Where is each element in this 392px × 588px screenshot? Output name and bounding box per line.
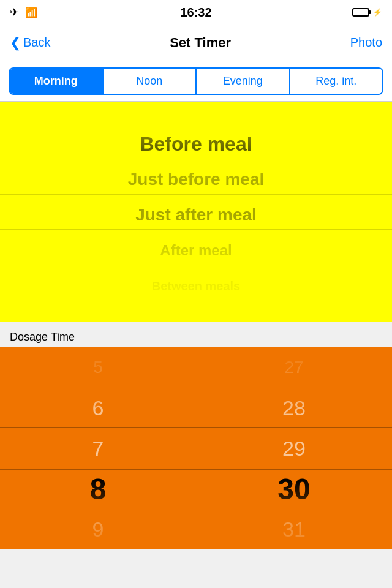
segment-control: Morning Noon Evening Reg. int. bbox=[9, 67, 383, 95]
meal-item-before: Before meal bbox=[128, 126, 265, 162]
battery-icon bbox=[352, 8, 369, 17]
hour-item-5: 5 bbox=[0, 347, 196, 388]
minute-item-31: 31 bbox=[196, 509, 392, 549]
meal-item-just-before: Just before meal bbox=[128, 162, 265, 197]
dosage-section-label: Dosage Time bbox=[0, 322, 392, 347]
status-time: 16:32 bbox=[180, 6, 211, 20]
back-chevron-icon: ❮ bbox=[10, 35, 21, 51]
segment-noon[interactable]: Noon bbox=[104, 69, 197, 94]
charging-icon: ⚡ bbox=[373, 8, 382, 17]
airplane-icon: ✈ bbox=[10, 6, 19, 19]
wifi-icon: 📶 bbox=[25, 7, 37, 18]
segment-reg-int[interactable]: Reg. int. bbox=[290, 69, 383, 94]
minutes-column: 27 28 29 30 31 bbox=[196, 347, 392, 549]
meal-item-after: After meal bbox=[128, 233, 265, 268]
minute-item-29: 29 bbox=[196, 428, 392, 469]
nav-title: Set Timer bbox=[170, 35, 231, 51]
segment-morning[interactable]: Morning bbox=[10, 69, 104, 94]
minute-item-27: 27 bbox=[196, 347, 392, 388]
time-picker[interactable]: 5 6 7 8 9 27 28 29 30 31 bbox=[0, 347, 392, 549]
status-icons-left: ✈ 📶 bbox=[10, 6, 37, 19]
time-picker-content: 5 6 7 8 9 27 28 29 30 31 bbox=[0, 347, 392, 549]
meal-picker[interactable]: Before meal Just before meal Just after … bbox=[0, 102, 392, 322]
hour-item-8: 8 bbox=[0, 469, 196, 509]
status-icons-right: ⚡ bbox=[352, 8, 382, 17]
meal-item-between: Between meals bbox=[128, 268, 265, 304]
hour-item-6: 6 bbox=[0, 388, 196, 428]
minute-item-28: 28 bbox=[196, 388, 392, 428]
photo-button[interactable]: Photo bbox=[350, 36, 382, 50]
back-button[interactable]: ❮ Back bbox=[10, 35, 50, 51]
hours-column: 5 6 7 8 9 bbox=[0, 347, 196, 549]
back-label: Back bbox=[23, 36, 50, 50]
status-bar: ✈ 📶 16:32 ⚡ bbox=[0, 0, 392, 24]
nav-bar: ❮ Back Set Timer Photo bbox=[0, 24, 392, 61]
hour-item-9: 9 bbox=[0, 509, 196, 549]
picker-selection-band bbox=[0, 194, 392, 230]
segment-container: Morning Noon Evening Reg. int. bbox=[0, 61, 392, 102]
segment-evening[interactable]: Evening bbox=[197, 69, 290, 94]
minute-item-30: 30 bbox=[196, 469, 392, 509]
hour-item-7: 7 bbox=[0, 428, 196, 469]
